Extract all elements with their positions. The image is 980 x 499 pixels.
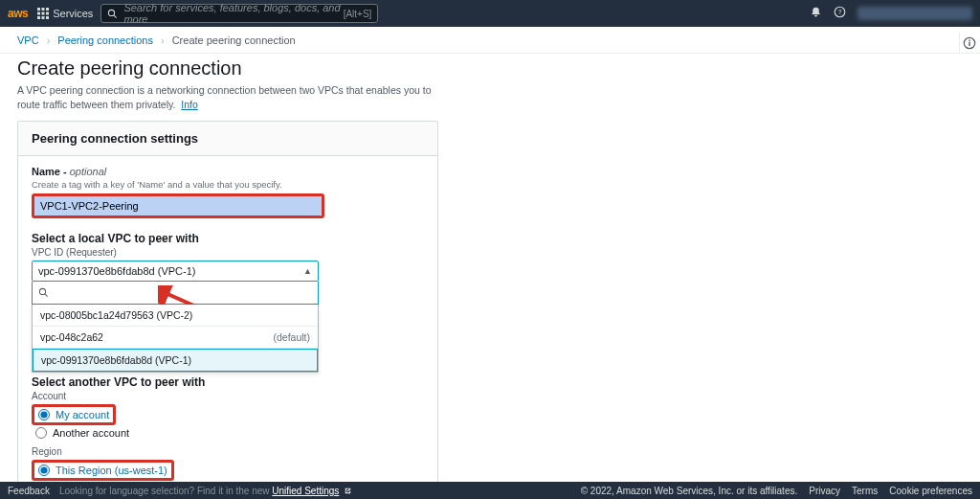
- vpc-id-requester-label: VPC ID (Requester): [32, 247, 424, 258]
- another-vpc-section: Select another VPC to peer with: [32, 375, 424, 389]
- privacy-link[interactable]: Privacy: [809, 486, 840, 496]
- top-nav: aws Services Search for services, featur…: [0, 0, 980, 27]
- radio-input[interactable]: [38, 409, 50, 420]
- account-label: Account: [32, 391, 424, 401]
- terms-link[interactable]: Terms: [852, 486, 878, 496]
- svg-point-13: [39, 289, 45, 295]
- svg-rect-3: [37, 12, 40, 15]
- dropdown-search-input[interactable]: [32, 282, 319, 305]
- caret-up-icon: ▲: [303, 266, 312, 276]
- help-icon[interactable]: ?: [834, 6, 846, 21]
- svg-line-10: [114, 14, 117, 17]
- radio-input[interactable]: [38, 465, 50, 476]
- svg-rect-7: [42, 16, 45, 19]
- region-label: Region: [32, 446, 424, 457]
- svg-rect-6: [37, 16, 40, 19]
- svg-rect-17: [969, 40, 969, 41]
- search-placeholder: Search for services, features, blogs, do…: [123, 2, 343, 25]
- vpc-selected-value: vpc-0991370e8b6fdab8d (VPC-1): [38, 265, 196, 277]
- svg-rect-16: [969, 42, 969, 46]
- peering-settings-panel: Peering connection settings Name - optio…: [17, 121, 438, 499]
- page-description: A VPC peering connection is a networking…: [17, 83, 438, 111]
- copyright: © 2022, Amazon Web Services, Inc. or its…: [581, 486, 798, 496]
- breadcrumb-mid[interactable]: Peering connections: [57, 34, 153, 46]
- unified-settings-link[interactable]: Unified Settings: [272, 486, 339, 496]
- chevron-right-icon: ›: [161, 34, 165, 46]
- vpc-option[interactable]: vpc-048c2a62(default): [33, 327, 318, 349]
- name-label: Name - optional: [32, 166, 424, 177]
- cookie-preferences-link[interactable]: Cookie preferences: [889, 486, 972, 496]
- svg-point-9: [109, 10, 115, 15]
- svg-line-14: [45, 294, 48, 297]
- feedback-link[interactable]: Feedback: [8, 486, 50, 496]
- dropdown-list: vpc-08005bc1a24d79563 (VPC-2) vpc-048c2a…: [32, 305, 319, 373]
- panel-heading: Peering connection settings: [18, 122, 437, 156]
- lang-prompt: Looking for language selection? Find it …: [59, 486, 352, 496]
- external-link-icon: [342, 486, 352, 496]
- grid-icon: [37, 8, 49, 19]
- name-input[interactable]: [34, 196, 322, 215]
- nav-right: ?: [810, 6, 972, 21]
- page-title: Create peering connection: [17, 57, 963, 79]
- notifications-icon[interactable]: [810, 6, 822, 21]
- radio-my-account[interactable]: My account: [34, 407, 113, 422]
- svg-rect-2: [46, 8, 49, 11]
- svg-rect-0: [37, 8, 40, 11]
- info-link[interactable]: Info: [181, 99, 198, 110]
- footer: Feedback Looking for language selection?…: [0, 482, 980, 499]
- vpc-option[interactable]: vpc-0991370e8b6fdab8d (VPC-1): [33, 349, 318, 372]
- vpc-requester-dropdown[interactable]: vpc-0991370e8b6fdab8d (VPC-1) ▲ vpc-0800…: [32, 261, 319, 305]
- breadcrumb-leaf: Create peering connection: [172, 34, 296, 46]
- vpc-option[interactable]: vpc-08005bc1a24d79563 (VPC-2): [33, 305, 318, 327]
- search-icon: [38, 287, 49, 298]
- local-vpc-section: Select a local VPC to peer with: [32, 232, 424, 245]
- info-icon: [963, 36, 976, 50]
- search-shortcut: [Alt+S]: [344, 9, 372, 19]
- svg-rect-1: [42, 8, 45, 11]
- search-icon: [107, 9, 118, 19]
- breadcrumb: VPC › Peering connections › Create peeri…: [0, 27, 980, 54]
- svg-rect-8: [46, 16, 49, 19]
- name-hint: Create a tag with a key of 'Name' and a …: [32, 179, 424, 190]
- desc-text: A VPC peering connection is a networking…: [17, 84, 432, 110]
- radio-this-region[interactable]: This Region (us-west-1): [34, 463, 171, 478]
- services-menu-button[interactable]: Services: [37, 8, 93, 19]
- global-search-input[interactable]: Search for services, features, blogs, do…: [100, 4, 378, 23]
- svg-text:?: ?: [838, 9, 842, 15]
- aws-logo[interactable]: aws: [8, 7, 28, 20]
- services-label: Services: [53, 8, 93, 19]
- page-content: Create peering connection A VPC peering …: [0, 54, 980, 499]
- chevron-right-icon: ›: [47, 34, 51, 46]
- breadcrumb-root[interactable]: VPC: [17, 34, 39, 46]
- info-panel-toggle[interactable]: [959, 33, 978, 52]
- account-region-blurred[interactable]: [858, 7, 972, 20]
- svg-rect-4: [42, 12, 45, 15]
- radio-another-account[interactable]: Another account: [32, 425, 424, 441]
- svg-rect-5: [46, 12, 49, 15]
- radio-input[interactable]: [35, 427, 47, 439]
